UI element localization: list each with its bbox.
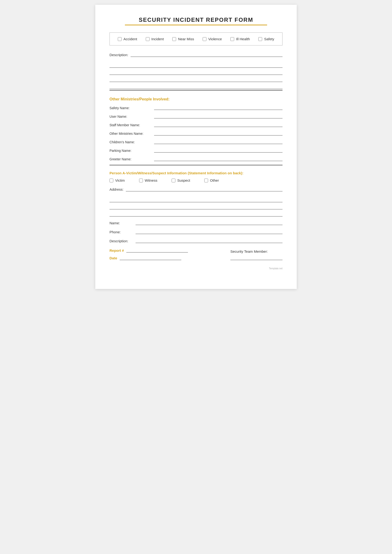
safety-label: Safety [264, 37, 274, 41]
other-ministries-name-line [154, 131, 282, 135]
phone-label: Phone: [110, 230, 133, 234]
incident-type-near-miss[interactable]: Near Miss [172, 37, 194, 41]
description-section: Description: [110, 52, 282, 90]
incident-type-ill-health[interactable]: Ill Health [230, 37, 250, 41]
incident-type-box: Accident Incident Near Miss Violence Ill… [110, 32, 282, 45]
ill-health-label: Ill Health [236, 37, 250, 41]
user-name-line [154, 114, 282, 118]
ministries-divider [110, 165, 282, 165]
greeter-name-line [154, 156, 282, 161]
user-name-label: User Name: [110, 115, 152, 118]
safety-checkbox[interactable] [258, 37, 262, 41]
near-miss-label: Near Miss [178, 37, 194, 41]
accident-checkbox[interactable] [118, 37, 122, 41]
staff-member-line [154, 122, 282, 127]
other-label: Other [210, 178, 219, 182]
victim-type-victim[interactable]: Victim [110, 178, 125, 182]
description-line-4 [110, 75, 282, 82]
incident-checkbox[interactable] [146, 37, 150, 41]
childrens-name-label: Children's Name: [110, 140, 152, 144]
bottom-fields: Name: Phone: Description: [110, 220, 282, 243]
watermark: Template.net [110, 267, 282, 270]
phone-row: Phone: [110, 229, 282, 234]
description-bottom-line-field [136, 238, 282, 243]
address-line-2 [110, 196, 282, 202]
staff-member-label: Staff Member Name: [110, 123, 152, 127]
suspect-label: Suspect [177, 178, 190, 182]
other-ministries-section: Other Ministries/People Involved: Safety… [110, 97, 282, 165]
address-line-4 [110, 210, 282, 216]
childrens-name-row: Children's Name: [110, 139, 282, 144]
victim-label: Victim [115, 178, 125, 182]
description-label: Description: [110, 53, 128, 57]
description-line-3 [110, 68, 282, 75]
incident-type-safety[interactable]: Safety [258, 37, 274, 41]
witness-label: Witness [145, 178, 157, 182]
witness-checkbox[interactable] [139, 179, 143, 182]
victim-checkbox[interactable] [110, 179, 113, 182]
address-label: Address: [110, 187, 124, 191]
security-team-section: Security Team Member: [230, 249, 282, 260]
date-row: Date [110, 255, 188, 260]
parking-name-row: Parking Name: [110, 148, 282, 152]
title-underline [125, 25, 267, 25]
staff-member-row: Staff Member Name: [110, 122, 282, 127]
suspect-checkbox[interactable] [172, 179, 175, 182]
description-line-1 [131, 52, 282, 57]
address-line-3 [110, 203, 282, 209]
description-line-2 [110, 61, 282, 68]
report-date-section: Report # Date Security Team Member: [110, 248, 282, 260]
parking-name-line [154, 148, 282, 152]
name-line [136, 220, 282, 225]
accident-label: Accident [124, 37, 137, 41]
near-miss-checkbox[interactable] [172, 37, 176, 41]
address-row: Address: [110, 187, 282, 191]
victim-type-other[interactable]: Other [204, 178, 219, 182]
violence-label: Violence [208, 37, 222, 41]
security-team-line [230, 255, 282, 260]
other-ministries-name-row: Other Ministries Name: [110, 131, 282, 135]
name-row: Name: [110, 220, 282, 225]
phone-line [136, 229, 282, 234]
person-header: Person A-Victim/Witness/Suspect Informat… [110, 171, 282, 175]
report-left: Report # Date [110, 248, 188, 260]
safety-name-label: Safety Name: [110, 106, 152, 110]
description-row: Description: [110, 52, 282, 57]
incident-type-accident[interactable]: Accident [118, 37, 137, 41]
page-title: SECURITY INCIDENT REPORT FORM [110, 17, 282, 23]
date-line [120, 255, 181, 260]
childrens-name-line [154, 139, 282, 144]
incident-type-violence[interactable]: Violence [203, 37, 222, 41]
parking-name-label: Parking Name: [110, 149, 152, 152]
incident-type-incident[interactable]: Incident [146, 37, 164, 41]
report-number-row: Report # [110, 248, 188, 252]
report-number-line [126, 248, 188, 252]
title-section: SECURITY INCIDENT REPORT FORM [110, 17, 282, 25]
victim-type-suspect[interactable]: Suspect [172, 178, 190, 182]
address-section: Address: [110, 187, 282, 216]
description-bottom-row: Description: [110, 238, 282, 243]
ill-health-checkbox[interactable] [230, 37, 234, 41]
description-line-5 [110, 83, 282, 89]
page: SECURITY INCIDENT REPORT FORM Accident I… [95, 5, 297, 289]
safety-name-line [154, 105, 282, 110]
victim-type-witness[interactable]: Witness [139, 178, 157, 182]
greeter-name-label: Greeter Name: [110, 157, 152, 161]
name-label: Name: [110, 221, 133, 225]
other-ministries-name-label: Other Ministries Name: [110, 132, 152, 135]
violence-checkbox[interactable] [203, 37, 206, 41]
other-ministries-header: Other Ministries/People Involved: [110, 97, 282, 101]
other-checkbox[interactable] [204, 179, 208, 182]
user-name-row: User Name: [110, 114, 282, 118]
person-type-row: Victim Witness Suspect Other [110, 178, 282, 182]
incident-label: Incident [151, 37, 164, 41]
security-team-label: Security Team Member: [230, 249, 268, 253]
description-bottom-label: Description: [110, 239, 133, 243]
address-line-1 [126, 187, 282, 191]
report-label: Report # [110, 249, 124, 252]
greeter-name-row: Greeter Name: [110, 156, 282, 161]
description-bottom-line [110, 90, 282, 90]
safety-name-row: Safety Name: [110, 105, 282, 110]
date-label: Date [110, 256, 117, 260]
person-section: Person A-Victim/Witness/Suspect Informat… [110, 171, 282, 260]
